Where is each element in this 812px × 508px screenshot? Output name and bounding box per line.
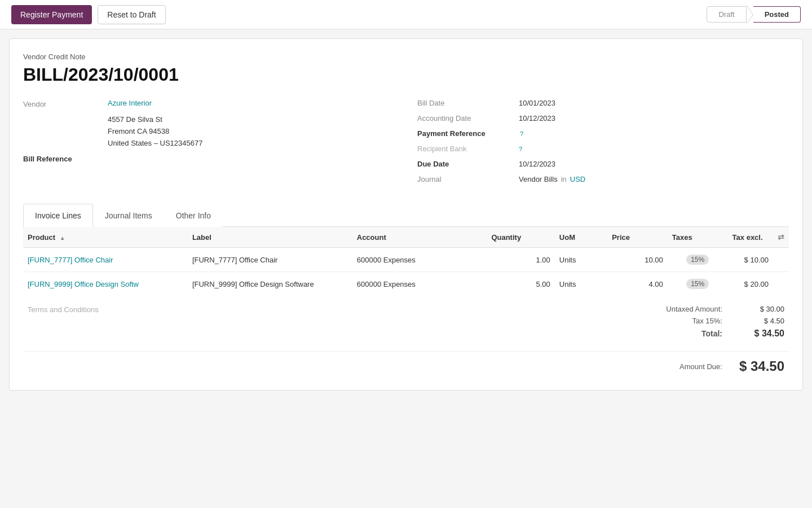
untaxed-value: $ 30.00 [739,305,784,313]
total-label: Total: [638,329,722,338]
journal-value[interactable]: Vendor Bills [519,175,558,183]
cell-account-1: 600000 Expenses [352,272,487,296]
untaxed-amount-row: Untaxed Amount: $ 30.00 [638,305,784,313]
due-date-label: Due Date [417,160,519,168]
product-link-1[interactable]: [FURN_9999] Office Design Softw [28,280,139,288]
amount-due-label: Amount Due: [638,362,722,371]
col-header-quantity: Quantity [487,227,554,248]
status-connector [747,5,753,24]
bill-date-row: Bill Date 10/01/2023 [417,99,789,107]
totals-section: Untaxed Amount: $ 30.00 Tax 15%: $ 4.50 … [638,305,784,342]
journal-row: Journal Vendor Bills in USD [417,175,789,183]
vendor-address2: Fremont CA 94538 [108,126,395,138]
due-date-row: Due Date 10/12/2023 [417,160,789,168]
col-header-taxes: Taxes [668,227,728,248]
right-section: Bill Date 10/01/2023 Accounting Date 10/… [417,99,789,190]
status-arrow-inner [747,6,753,24]
table-settings-icon[interactable]: ⇄ [778,233,784,242]
tab-journal-items[interactable]: Journal Items [93,204,164,227]
doc-number: BILL/2023/10/0001 [23,64,789,85]
cell-qty-1: 5.00 [487,272,554,296]
doc-type-label: Vendor Credit Note [23,52,789,61]
vendor-name[interactable]: Azure Interior [108,99,152,107]
payment-reference-help: ? [520,130,523,137]
table-body: [FURN_7777] Office Chair [FURN_7777] Off… [23,248,789,296]
recipient-bank-help: ? [519,146,522,152]
untaxed-label: Untaxed Amount: [638,305,722,313]
status-arrow [747,5,753,24]
tax-value: $ 4.50 [739,317,784,325]
main-content: Vendor Credit Note BILL/2023/10/0001 Ven… [9,38,803,391]
cell-account-0: 600000 Expenses [352,248,487,272]
accounting-date-label: Accounting Date [417,114,519,122]
total-value: $ 34.50 [739,329,784,339]
status-bar: Draft Posted [707,5,801,24]
journal-in: in [561,175,567,183]
sort-product-icon[interactable]: ▲ [60,235,65,241]
tab-other-info[interactable]: Other Info [164,204,223,227]
col-header-account: Account [352,227,487,248]
cell-uom-1: Units [555,272,607,296]
cell-product-1: [FURN_9999] Office Design Softw [23,272,188,296]
table-footer: Terms and Conditions Untaxed Amount: $ 3… [23,296,789,351]
accounting-date-row: Accounting Date 10/12/2023 [417,114,789,122]
payment-reference-label: Payment Reference [417,129,519,138]
status-posted[interactable]: Posted [753,6,801,23]
cell-price-1: 4.00 [607,272,668,296]
bill-date-value[interactable]: 10/01/2023 [519,99,555,107]
cell-qty-0: 1.00 [487,248,554,272]
invoice-table: Product ▲ Label Account Quantity UoM Pri… [23,227,789,296]
accounting-date-value[interactable]: 10/12/2023 [519,114,555,122]
journal-value-row: Vendor Bills in USD [519,175,585,183]
col-header-uom: UoM [555,227,607,248]
col-header-tax-excl: Tax excl. [728,227,773,248]
cell-settings-1 [773,272,789,296]
cell-tax-excl-0: $ 10.00 [728,248,773,272]
cell-settings-0 [773,248,789,272]
col-header-label: Label [188,227,352,248]
col-header-settings[interactable]: ⇄ [773,227,789,248]
col-header-product: Product ▲ [23,227,188,248]
tax-badge-0: 15% [686,255,709,265]
total-row: Total: $ 34.50 [638,329,784,339]
cell-taxes-1: 15% [668,272,728,296]
cell-label-1: [FURN_9999] Office Design Software [188,272,352,296]
amount-due-section: Amount Due: $ 34.50 [23,351,789,376]
vendor-row: Vendor Azure Interior [23,99,395,108]
journal-label: Journal [417,175,519,183]
cell-label-0: [FURN_7777] Office Chair [188,248,352,272]
vendor-label: Vendor [23,99,108,108]
recipient-bank-label: Recipient Bank [417,144,519,153]
tax-row: Tax 15%: $ 4.50 [638,317,784,325]
terms-conditions[interactable]: Terms and Conditions [28,305,99,314]
table-row: [FURN_9999] Office Design Softw [FURN_99… [23,272,789,296]
table-header: Product ▲ Label Account Quantity UoM Pri… [23,227,789,248]
tab-invoice-lines[interactable]: Invoice Lines [23,204,93,227]
product-link-0[interactable]: [FURN_7777] Office Chair [28,256,113,264]
toolbar-actions: Register Payment Reset to Draft [11,5,166,24]
due-date-value[interactable]: 10/12/2023 [519,160,555,168]
payment-reference-row: Payment Reference ? [417,129,789,138]
tabs: Invoice Lines Journal Items Other Info [23,204,789,227]
cell-tax-excl-1: $ 20.00 [728,272,773,296]
cell-product-0: [FURN_7777] Office Chair [23,248,188,272]
cell-price-0: 10.00 [607,248,668,272]
form-grid: Vendor Azure Interior 4557 De Silva St F… [23,99,789,190]
reset-to-draft-button[interactable]: Reset to Draft [98,5,165,24]
tax-badge-1: 15% [686,279,709,289]
bill-reference-label: Bill Reference [23,155,72,163]
left-section: Vendor Azure Interior 4557 De Silva St F… [23,99,395,190]
vendor-address1: 4557 De Silva St [108,114,395,126]
journal-currency[interactable]: USD [570,175,585,183]
status-draft[interactable]: Draft [707,6,746,23]
table-row: [FURN_7777] Office Chair [FURN_7777] Off… [23,248,789,272]
bill-date-label: Bill Date [417,99,519,107]
recipient-bank-row: Recipient Bank ? [417,144,789,153]
toolbar: Register Payment Reset to Draft Draft Po… [0,0,812,29]
col-header-price: Price [607,227,668,248]
register-payment-button[interactable]: Register Payment [11,5,92,24]
vendor-address: 4557 De Silva St Fremont CA 94538 United… [108,114,395,149]
vendor-address3: United States – US12345677 [108,138,395,150]
cell-uom-0: Units [555,248,607,272]
amount-due-value: $ 34.50 [739,358,784,374]
